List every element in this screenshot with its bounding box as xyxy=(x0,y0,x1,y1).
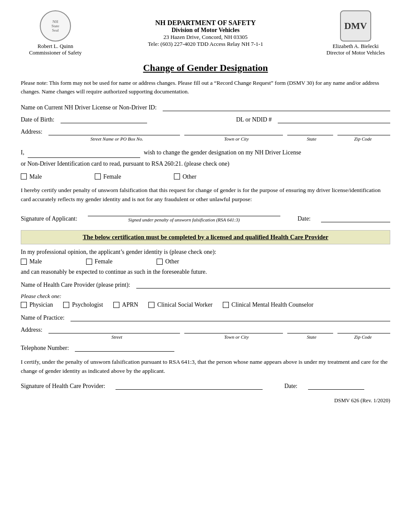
state-input[interactable] xyxy=(287,128,333,135)
wish-text: wish to change the gender designation on… xyxy=(144,147,390,158)
city-sublabel: Town or City xyxy=(185,136,288,141)
aprn-item: APRN xyxy=(113,301,138,308)
certify-text: I hereby certify under penalty of unswor… xyxy=(21,186,390,204)
hcp-name-label: Name of Health Care Provider (please pri… xyxy=(21,282,130,288)
hcp-city-input[interactable] xyxy=(184,326,283,333)
hcp-zip-input[interactable] xyxy=(337,326,390,333)
male-label: Male xyxy=(29,172,42,182)
i-label: I, xyxy=(21,147,24,158)
nondriverid-text: or Non-Driver Identification card to rea… xyxy=(21,159,390,169)
street-input[interactable] xyxy=(48,128,180,135)
csw-checkbox[interactable] xyxy=(148,302,154,308)
hcp-date-label: Date: xyxy=(284,383,297,390)
dob-dl-row: Date of Birth: DL or NDID # xyxy=(21,115,390,123)
address-section: Address: Street Name or PO Box No. Town … xyxy=(21,128,390,141)
sig-label: Signature of Applicant: xyxy=(21,215,77,222)
header-center: NH DEPARTMENT OF SAFETY Division of Moto… xyxy=(90,19,321,48)
csw-item: Clinical Social Worker xyxy=(148,301,212,308)
hcp-sig-label: Signature of Health Care Provider: xyxy=(21,383,105,390)
psychologist-label: Psychologist xyxy=(72,301,103,308)
dob-label: Date of Birth: xyxy=(21,116,55,123)
practice-input[interactable] xyxy=(71,314,390,321)
name-label: Name on Current NH Driver License or Non… xyxy=(21,104,157,111)
phone-input[interactable] xyxy=(75,344,174,352)
form-number: DSMV 626 (Rev. 1/2020) xyxy=(21,397,390,404)
continue-text: and can reasonably be expected to contin… xyxy=(21,269,390,276)
commissioner-name: Robert L. Quinn xyxy=(38,43,73,50)
cmhc-label: Clinical Mental Health Counselor xyxy=(231,301,313,308)
cmhc-item: Clinical Mental Health Counselor xyxy=(223,301,313,308)
hcp-sig-input[interactable] xyxy=(116,382,263,390)
hcp-street-input[interactable] xyxy=(48,326,180,333)
header-right: DMV Elizabeth A. Bielecki Director of Mo… xyxy=(321,10,390,56)
section-banner: The below certification must be complete… xyxy=(21,230,390,244)
hcp-other-label: Other xyxy=(165,258,179,265)
form-title: Change of Gender Designation xyxy=(21,62,390,74)
name-field-row: Name on Current NH Driver License or Non… xyxy=(21,103,390,111)
applicant-name-input[interactable] xyxy=(28,150,140,158)
street-sublabel: Street Name or PO Box No. xyxy=(48,136,185,141)
male-checkbox-item: Male xyxy=(21,172,42,182)
aprn-checkbox[interactable] xyxy=(113,302,119,308)
physician-item: Physician xyxy=(21,301,53,308)
dept-tele: Tele: (603) 227-4020 TDD Access Relay NH… xyxy=(90,41,321,48)
hcp-name-input[interactable] xyxy=(136,281,390,288)
date-input[interactable] xyxy=(321,215,390,222)
other-label: Other xyxy=(183,172,196,182)
psychologist-item: Psychologist xyxy=(63,301,103,308)
hcp-female-checkbox[interactable] xyxy=(86,259,92,265)
female-checkbox-item: Female xyxy=(95,172,121,182)
sig-input[interactable] xyxy=(88,208,280,216)
dob-input[interactable] xyxy=(61,115,147,123)
zip-input[interactable] xyxy=(337,128,390,135)
hcp-city-sublabel: Town or City xyxy=(185,334,288,340)
hcp-address-section: Address: Street Town or City State Zip C… xyxy=(21,326,390,340)
hcp-address-label: Address: xyxy=(21,327,42,333)
phone-row: Telephone Number: xyxy=(21,344,390,352)
hcp-state-input[interactable] xyxy=(287,326,333,333)
commissioner-title: Commissioner of Safety xyxy=(29,50,82,56)
hcp-other-item: Other xyxy=(157,258,179,265)
csw-label: Clinical Social Worker xyxy=(157,301,212,308)
zip-sublabel: Zip Code xyxy=(336,136,390,141)
hcp-male-item: Male xyxy=(21,258,42,265)
certify2-text: I certify, under the penalty of unsworn … xyxy=(21,358,390,376)
date-label: Date: xyxy=(298,215,311,222)
sig-sublabel: Signed under penalty of unsworn falsific… xyxy=(88,217,280,222)
practice-label: Name of Practice: xyxy=(21,314,64,321)
psychologist-checkbox[interactable] xyxy=(63,302,69,308)
name-input[interactable] xyxy=(163,103,390,111)
please-check-section: Please check one: Physician Psychologist… xyxy=(21,293,390,308)
hcp-signature-row: Signature of Health Care Provider: Date: xyxy=(21,382,390,390)
city-input[interactable] xyxy=(184,128,283,135)
cmhc-checkbox[interactable] xyxy=(223,302,229,308)
other-checkbox[interactable] xyxy=(174,173,180,179)
hcp-name-row: Name of Health Care Provider (please pri… xyxy=(21,281,390,288)
hcp-date-input[interactable] xyxy=(308,382,364,390)
other-checkbox-item: Other xyxy=(174,172,196,182)
director-title: Director of Motor Vehicles xyxy=(327,50,385,56)
female-checkbox[interactable] xyxy=(95,173,101,179)
hcp-gender-row: Male Female Other xyxy=(21,258,390,265)
practice-row: Name of Practice: xyxy=(21,314,390,321)
page-header: NHStateSeal Robert L. Quinn Commissioner… xyxy=(21,10,390,56)
female-label: Female xyxy=(103,172,121,182)
address-label: Address: xyxy=(21,128,42,135)
hcp-other-checkbox[interactable] xyxy=(157,259,163,265)
dl-label: DL or NDID # xyxy=(236,116,272,123)
dept-name: NH DEPARTMENT OF SAFETY xyxy=(90,19,321,27)
hcp-male-label: Male xyxy=(29,258,42,265)
wish-section: I, wish to change the gender designation… xyxy=(21,147,390,182)
hcp-female-item: Female xyxy=(86,258,112,265)
dept-address: 23 Hazen Drive, Concord, NH 03305 xyxy=(90,34,321,41)
dl-input[interactable] xyxy=(278,115,390,123)
opinion-text: In my professional opinion, the applican… xyxy=(21,249,390,256)
male-checkbox[interactable] xyxy=(21,173,27,179)
physician-label: Physician xyxy=(29,301,53,308)
form-note: Please note: This form may not be used f… xyxy=(21,79,390,96)
phone-label: Telephone Number: xyxy=(21,345,69,352)
physician-checkbox[interactable] xyxy=(21,302,27,308)
dmv-logo: DMV xyxy=(340,10,371,42)
header-left: NHStateSeal Robert L. Quinn Commissioner… xyxy=(21,10,90,56)
hcp-male-checkbox[interactable] xyxy=(21,259,27,265)
